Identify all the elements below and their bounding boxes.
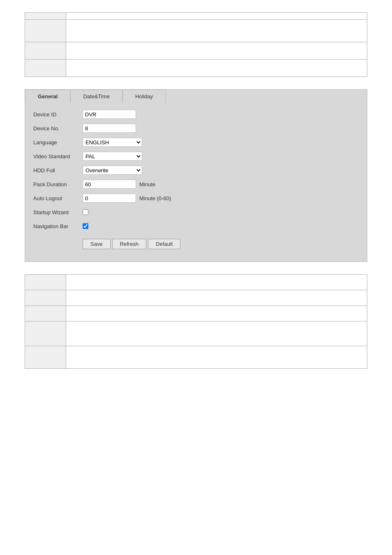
bottom-label-2 [25, 290, 66, 306]
device-id-label: Device ID [33, 111, 83, 118]
auto-logout-label: Auto Logout [33, 195, 83, 201]
device-no-row: Device No. [33, 123, 359, 134]
table-row [25, 60, 367, 77]
navigation-bar-row: Navigation Bar [33, 221, 359, 231]
bottom-content-3 [66, 306, 367, 321]
auto-logout-row: Auto Logout Minute (0-60) [33, 193, 359, 204]
table-row [25, 306, 367, 321]
pack-duration-input[interactable] [83, 180, 136, 189]
tab-general[interactable]: General [25, 90, 70, 103]
startup-wizard-checkbox[interactable] [83, 209, 88, 215]
bottom-label-5 [25, 346, 66, 369]
settings-body: Device ID Device No. Language ENGLISH CH… [25, 103, 367, 253]
table-row [25, 290, 367, 306]
pack-duration-label: Pack Duration [33, 181, 83, 187]
bottom-content-1 [66, 275, 367, 290]
top-label-2 [25, 20, 66, 42]
language-select[interactable]: ENGLISH CHINESE FRENCH GERMAN SPANISH [83, 138, 142, 147]
tab-spacer [166, 90, 367, 103]
startup-wizard-row: Startup Wizard [33, 207, 359, 217]
save-button[interactable]: Save [83, 239, 111, 249]
auto-logout-unit: Minute (0-60) [139, 195, 171, 201]
bottom-content-4 [66, 321, 367, 346]
tab-holiday[interactable]: Holiday [122, 90, 166, 103]
video-standard-select[interactable]: PAL NTSC [83, 152, 142, 161]
bottom-label-4 [25, 321, 66, 346]
pack-duration-row: Pack Duration Minute [33, 179, 359, 190]
language-row: Language ENGLISH CHINESE FRENCH GERMAN S… [33, 137, 359, 148]
navigation-bar-label: Navigation Bar [33, 223, 83, 229]
settings-panel: General Date&Time Holiday Device ID Devi… [25, 89, 367, 262]
top-content-3 [66, 42, 367, 60]
top-label-4 [25, 60, 66, 77]
startup-wizard-label: Startup Wizard [33, 209, 83, 215]
tabs-row: General Date&Time Holiday [25, 90, 367, 103]
top-content-2 [66, 20, 367, 42]
bottom-label-1 [25, 275, 66, 290]
table-row [25, 20, 367, 42]
device-no-label: Device No. [33, 125, 83, 132]
auto-logout-input[interactable] [83, 194, 136, 203]
button-row: Save Refresh Default [83, 239, 359, 249]
top-label-1 [25, 13, 66, 20]
tab-datetime[interactable]: Date&Time [70, 90, 122, 103]
hdd-full-select[interactable]: Overwrite Stop Recording [83, 166, 142, 175]
top-content-4 [66, 60, 367, 77]
bottom-content-2 [66, 290, 367, 306]
hdd-full-label: HDD Full [33, 167, 83, 173]
bottom-label-3 [25, 306, 66, 321]
device-no-input[interactable] [83, 124, 136, 133]
bottom-content-5 [66, 346, 367, 369]
refresh-button[interactable]: Refresh [112, 239, 147, 249]
default-button[interactable]: Default [148, 239, 180, 249]
top-table [25, 12, 367, 77]
video-standard-label: Video Standard [33, 153, 83, 160]
device-id-row: Device ID [33, 109, 359, 120]
table-row [25, 346, 367, 369]
language-label: Language [33, 139, 83, 146]
bottom-table [25, 274, 367, 369]
navigation-bar-checkbox[interactable] [83, 223, 88, 229]
table-row [25, 275, 367, 290]
top-content-1 [66, 13, 367, 20]
table-row [25, 13, 367, 20]
top-label-3 [25, 42, 66, 60]
hdd-full-row: HDD Full Overwrite Stop Recording [33, 165, 359, 176]
device-id-input[interactable] [83, 110, 136, 119]
table-row [25, 42, 367, 60]
table-row [25, 321, 367, 346]
video-standard-row: Video Standard PAL NTSC [33, 151, 359, 162]
pack-duration-unit: Minute [139, 181, 155, 187]
